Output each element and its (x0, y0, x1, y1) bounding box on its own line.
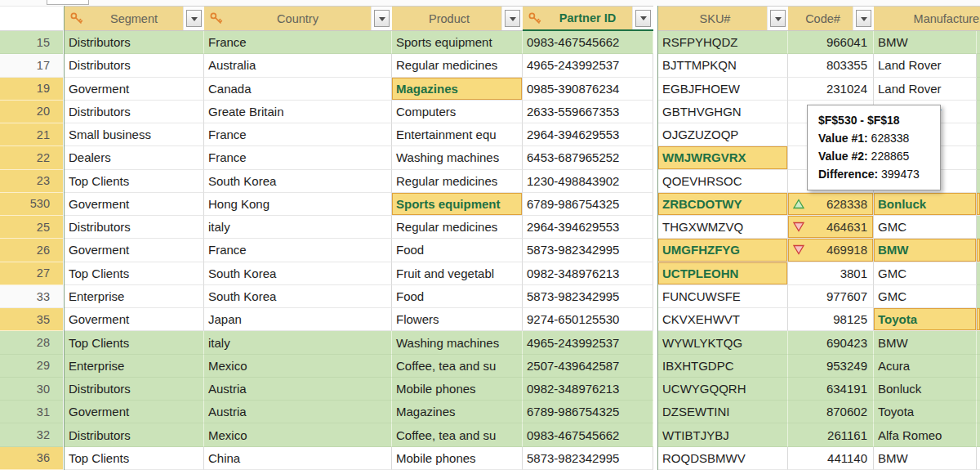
row-number[interactable]: 35 (0, 308, 63, 331)
cell-country[interactable]: Greate Britain (204, 101, 392, 123)
row-number[interactable]: 21 (0, 123, 63, 146)
cell-segment[interactable]: Goverment (65, 193, 204, 216)
cell-segment[interactable]: Goverment (65, 401, 204, 423)
cell-partner[interactable]: 9274-650125530 (523, 308, 653, 331)
cell-sku[interactable]: RSFPYHQDZ (658, 31, 788, 54)
cell-sku[interactable]: UCTPLEOHN (658, 262, 788, 285)
cell-country[interactable]: Austria (204, 401, 392, 423)
cell-product[interactable]: Washing machines (392, 331, 523, 354)
cell-segment[interactable]: Small business (65, 123, 204, 146)
cell-sku[interactable]: QOEVHRSOC (658, 170, 788, 193)
filter-dropdown-segment[interactable] (186, 10, 202, 27)
cell-sku[interactable]: WYWLYKTQG (658, 331, 788, 354)
cell-partner[interactable]: 2507-439642587 (523, 355, 653, 378)
cell-segment[interactable]: Top Clients (65, 262, 204, 285)
cell-segment[interactable]: Top Clients (65, 331, 204, 354)
cell-product[interactable]: Sports equipment (392, 31, 523, 54)
cell-code[interactable]: 231024 (788, 78, 874, 101)
cell-code[interactable]: 628338 (788, 193, 874, 216)
cell-segment[interactable]: Top Clients (65, 170, 204, 193)
cell-product[interactable]: Mobile phones (392, 378, 523, 401)
row-number[interactable]: 29 (0, 355, 63, 378)
cell-sku[interactable]: ROQDSBMWV (658, 447, 788, 470)
row-number[interactable]: 19 (0, 78, 63, 101)
cell-product[interactable]: Entertainment equ (392, 123, 523, 146)
row-number[interactable]: 36 (0, 447, 63, 470)
row-number[interactable]: 17 (0, 54, 63, 77)
cell-manufacturer[interactable]: BMW (874, 31, 977, 54)
cell-segment[interactable]: Distributors (65, 31, 204, 54)
cell-partner[interactable]: 0982-348976213 (523, 262, 653, 285)
column-header-country[interactable]: Country (204, 6, 392, 31)
cell-product[interactable]: Magazines (392, 401, 523, 423)
cell-partner[interactable]: 2964-394629553 (523, 216, 653, 239)
row-number[interactable]: 31 (0, 401, 63, 423)
cell-manufacturer[interactable]: BMW (874, 447, 977, 470)
cell-country[interactable]: France (204, 146, 392, 169)
cell-product[interactable]: Food (392, 285, 523, 308)
cell-segment[interactable]: Distributors (65, 54, 204, 77)
cell-product[interactable]: Regular medicines (392, 216, 523, 239)
cell-segment[interactable]: Enterprise (65, 355, 204, 378)
cell-product[interactable]: Regular medicines (392, 170, 523, 193)
cell-code[interactable]: 977607 (788, 285, 874, 308)
cell-country[interactable]: France (204, 123, 392, 146)
cell-manufacturer[interactable]: BMW (874, 239, 977, 262)
cell-partner[interactable]: 5873-982342995 (523, 285, 653, 308)
cell-sku[interactable]: UMGFHZFYG (658, 239, 788, 262)
cell-segment[interactable]: Distributors (65, 378, 204, 401)
cell-partner[interactable]: 6789-986754325 (523, 401, 653, 423)
cell-country[interactable]: Hong Kong (204, 193, 392, 216)
cell-sku[interactable]: THGXWMZVQ (658, 216, 788, 239)
cell-partner[interactable]: 0983-467545662 (523, 423, 653, 446)
cell-code[interactable]: 966041 (788, 31, 874, 54)
cell-country[interactable]: Austria (204, 378, 392, 401)
cell-manufacturer[interactable]: GMC (874, 285, 977, 308)
cell-partner[interactable]: 0982-348976213 (523, 378, 653, 401)
cell-product[interactable]: Magazines (392, 78, 523, 101)
cell-partner[interactable]: 5873-982342995 (523, 447, 653, 470)
column-header-product[interactable]: Product (392, 6, 523, 31)
cell-sku[interactable]: WMJWRGVRX (658, 146, 788, 169)
cell-partner[interactable]: 5873-982342995 (523, 239, 653, 262)
cell-country[interactable]: China (204, 447, 392, 470)
cell-sku[interactable]: UCWYGQQRH (658, 378, 788, 401)
cell-product[interactable]: Food (392, 239, 523, 262)
cell-product[interactable]: Coffee, tea and su (392, 423, 523, 446)
cell-product[interactable]: Sports equipment (392, 193, 523, 216)
row-number[interactable]: 25 (0, 216, 63, 239)
cell-manufacturer[interactable]: Bonluck (874, 378, 977, 401)
cell-manufacturer[interactable]: GMC (874, 262, 977, 285)
cell-code[interactable]: 98125 (788, 308, 874, 331)
cell-sku[interactable]: DZSEWTINI (658, 401, 788, 423)
row-number[interactable]: 20 (0, 101, 63, 123)
filter-dropdown-country[interactable] (374, 10, 390, 27)
cell-manufacturer[interactable]: Land Rover (874, 78, 977, 101)
row-number[interactable]: 22 (0, 146, 63, 169)
cell-code[interactable]: 261161 (788, 423, 874, 446)
cell-segment[interactable]: Goverment (65, 78, 204, 101)
column-header-code[interactable]: Code# (788, 6, 874, 31)
row-number[interactable]: 30 (0, 378, 63, 401)
cell-partner[interactable]: 0985-390876234 (523, 78, 653, 101)
row-number[interactable]: 33 (0, 285, 63, 308)
cell-country[interactable]: Australia (204, 54, 392, 77)
cell-manufacturer[interactable]: Acura (874, 355, 977, 378)
cell-country[interactable]: italy (204, 331, 392, 354)
cell-country[interactable]: italy (204, 216, 392, 239)
cell-sku[interactable]: EGBJFHOEW (658, 78, 788, 101)
cell-product[interactable]: Regular medicines (392, 54, 523, 77)
cell-code[interactable]: 464631 (788, 216, 874, 239)
cell-country[interactable]: Japan (204, 308, 392, 331)
cell-sku[interactable]: IBXHTGDPC (658, 355, 788, 378)
cell-code[interactable]: 3801 (788, 262, 874, 285)
cell-country[interactable]: France (204, 31, 392, 54)
cell-product[interactable]: Fruit and vegetabl (392, 262, 523, 285)
column-header-manufacturer[interactable]: Manufacturer (874, 6, 980, 31)
cell-code[interactable]: 803355 (788, 54, 874, 77)
filter-dropdown-product[interactable] (505, 10, 520, 27)
cell-country[interactable]: South Korea (204, 262, 392, 285)
cell-segment[interactable]: Goverment (65, 239, 204, 262)
cell-sku[interactable]: ZRBCDOTWY (658, 193, 788, 216)
row-number[interactable]: 23 (0, 170, 63, 193)
